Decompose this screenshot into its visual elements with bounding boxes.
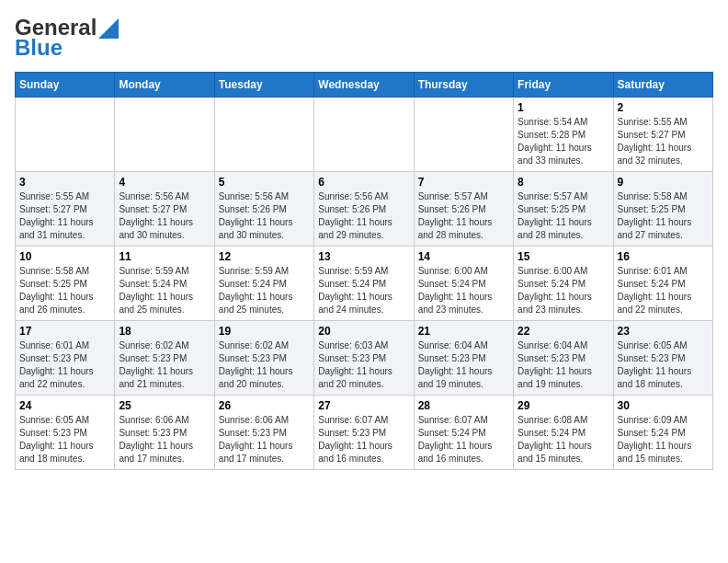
- logo: General Blue: [15, 15, 119, 61]
- calendar-cell: 18Sunrise: 6:02 AM Sunset: 5:23 PM Dayli…: [115, 321, 214, 396]
- calendar-cell: 7Sunrise: 5:57 AM Sunset: 5:26 PM Daylig…: [414, 172, 513, 247]
- day-number: 18: [119, 325, 210, 338]
- day-number: 7: [418, 176, 509, 189]
- day-info: Sunrise: 5:56 AM Sunset: 5:27 PM Dayligh…: [119, 190, 210, 242]
- day-number: 12: [219, 250, 310, 263]
- day-info: Sunrise: 6:03 AM Sunset: 5:23 PM Dayligh…: [318, 339, 409, 391]
- calendar-header-sunday: Sunday: [16, 73, 115, 98]
- day-info: Sunrise: 5:56 AM Sunset: 5:26 PM Dayligh…: [219, 190, 310, 242]
- day-info: Sunrise: 6:06 AM Sunset: 5:23 PM Dayligh…: [119, 414, 210, 465]
- calendar-cell: 26Sunrise: 6:06 AM Sunset: 5:23 PM Dayli…: [214, 396, 313, 470]
- calendar-cell: 29Sunrise: 6:08 AM Sunset: 5:24 PM Dayli…: [514, 396, 613, 470]
- calendar-header-monday: Monday: [115, 73, 214, 98]
- calendar-cell: [214, 98, 313, 172]
- day-info: Sunrise: 5:58 AM Sunset: 5:25 PM Dayligh…: [19, 265, 110, 316]
- day-number: 24: [19, 399, 110, 412]
- calendar-cell: [414, 98, 513, 172]
- svg-marker-0: [98, 18, 119, 39]
- day-info: Sunrise: 6:01 AM Sunset: 5:23 PM Dayligh…: [19, 339, 110, 391]
- calendar-week-row-2: 3Sunrise: 5:55 AM Sunset: 5:27 PM Daylig…: [16, 172, 713, 247]
- day-info: Sunrise: 5:54 AM Sunset: 5:28 PM Dayligh…: [518, 116, 609, 167]
- day-info: Sunrise: 6:09 AM Sunset: 5:24 PM Dayligh…: [618, 414, 709, 465]
- day-number: 21: [418, 325, 509, 338]
- calendar-cell: 22Sunrise: 6:04 AM Sunset: 5:23 PM Dayli…: [514, 321, 613, 396]
- day-number: 4: [119, 176, 210, 189]
- day-number: 15: [518, 250, 609, 263]
- calendar-cell: 2Sunrise: 5:55 AM Sunset: 5:27 PM Daylig…: [613, 98, 712, 172]
- day-number: 1: [518, 101, 609, 114]
- calendar-cell: [314, 98, 414, 172]
- day-number: 19: [219, 325, 310, 338]
- day-number: 25: [119, 399, 210, 412]
- day-number: 5: [219, 176, 310, 189]
- day-number: 27: [318, 399, 409, 412]
- day-number: 10: [19, 250, 110, 263]
- day-number: 9: [618, 176, 709, 189]
- calendar-week-row-1: 1Sunrise: 5:54 AM Sunset: 5:28 PM Daylig…: [16, 98, 713, 172]
- calendar-cell: 13Sunrise: 5:59 AM Sunset: 5:24 PM Dayli…: [314, 247, 414, 321]
- day-info: Sunrise: 6:07 AM Sunset: 5:24 PM Dayligh…: [418, 414, 509, 465]
- day-info: Sunrise: 6:00 AM Sunset: 5:24 PM Dayligh…: [418, 265, 509, 316]
- day-info: Sunrise: 6:07 AM Sunset: 5:23 PM Dayligh…: [318, 414, 409, 465]
- day-number: 29: [518, 399, 609, 412]
- day-info: Sunrise: 6:08 AM Sunset: 5:24 PM Dayligh…: [518, 414, 609, 465]
- day-number: 14: [418, 250, 509, 263]
- calendar-header-tuesday: Tuesday: [214, 73, 313, 98]
- day-info: Sunrise: 5:57 AM Sunset: 5:25 PM Dayligh…: [518, 190, 609, 242]
- calendar-cell: 16Sunrise: 6:01 AM Sunset: 5:24 PM Dayli…: [613, 247, 712, 321]
- calendar-cell: 3Sunrise: 5:55 AM Sunset: 5:27 PM Daylig…: [16, 172, 115, 247]
- day-info: Sunrise: 5:59 AM Sunset: 5:24 PM Dayligh…: [119, 265, 210, 316]
- calendar-cell: 28Sunrise: 6:07 AM Sunset: 5:24 PM Dayli…: [414, 396, 513, 470]
- calendar-cell: 15Sunrise: 6:00 AM Sunset: 5:24 PM Dayli…: [514, 247, 613, 321]
- day-number: 6: [318, 176, 409, 189]
- calendar-cell: [115, 98, 214, 172]
- day-number: 28: [418, 399, 509, 412]
- day-number: 3: [19, 176, 110, 189]
- calendar-table: SundayMondayTuesdayWednesdayThursdayFrid…: [15, 72, 713, 470]
- day-info: Sunrise: 5:55 AM Sunset: 5:27 PM Dayligh…: [618, 116, 709, 167]
- calendar-cell: 6Sunrise: 5:56 AM Sunset: 5:26 PM Daylig…: [314, 172, 414, 247]
- calendar-week-row-4: 17Sunrise: 6:01 AM Sunset: 5:23 PM Dayli…: [16, 321, 713, 396]
- calendar-cell: 9Sunrise: 5:58 AM Sunset: 5:25 PM Daylig…: [613, 172, 712, 247]
- calendar-cell: 14Sunrise: 6:00 AM Sunset: 5:24 PM Dayli…: [414, 247, 513, 321]
- day-info: Sunrise: 6:00 AM Sunset: 5:24 PM Dayligh…: [518, 265, 609, 316]
- day-info: Sunrise: 6:04 AM Sunset: 5:23 PM Dayligh…: [418, 339, 509, 391]
- day-number: 26: [219, 399, 310, 412]
- calendar-cell: 27Sunrise: 6:07 AM Sunset: 5:23 PM Dayli…: [314, 396, 414, 470]
- logo-icon: [98, 18, 119, 39]
- calendar-week-row-5: 24Sunrise: 6:05 AM Sunset: 5:23 PM Dayli…: [16, 396, 713, 470]
- day-info: Sunrise: 5:59 AM Sunset: 5:24 PM Dayligh…: [318, 265, 409, 316]
- page-header: General Blue: [15, 15, 713, 61]
- day-number: 17: [19, 325, 110, 338]
- calendar-header-wednesday: Wednesday: [314, 73, 414, 98]
- day-info: Sunrise: 5:56 AM Sunset: 5:26 PM Dayligh…: [318, 190, 409, 242]
- day-info: Sunrise: 6:05 AM Sunset: 5:23 PM Dayligh…: [19, 414, 110, 465]
- day-info: Sunrise: 6:04 AM Sunset: 5:23 PM Dayligh…: [518, 339, 609, 391]
- day-number: 8: [518, 176, 609, 189]
- day-number: 2: [618, 101, 709, 114]
- calendar-cell: 4Sunrise: 5:56 AM Sunset: 5:27 PM Daylig…: [115, 172, 214, 247]
- calendar-cell: [16, 98, 115, 172]
- calendar-header-friday: Friday: [514, 73, 613, 98]
- calendar-cell: 5Sunrise: 5:56 AM Sunset: 5:26 PM Daylig…: [214, 172, 313, 247]
- day-info: Sunrise: 5:57 AM Sunset: 5:26 PM Dayligh…: [418, 190, 509, 242]
- calendar-cell: 20Sunrise: 6:03 AM Sunset: 5:23 PM Dayli…: [314, 321, 414, 396]
- day-number: 13: [318, 250, 409, 263]
- day-info: Sunrise: 6:05 AM Sunset: 5:23 PM Dayligh…: [618, 339, 709, 391]
- day-number: 11: [119, 250, 210, 263]
- day-number: 22: [518, 325, 609, 338]
- calendar-cell: 17Sunrise: 6:01 AM Sunset: 5:23 PM Dayli…: [16, 321, 115, 396]
- day-info: Sunrise: 6:02 AM Sunset: 5:23 PM Dayligh…: [219, 339, 310, 391]
- calendar-week-row-3: 10Sunrise: 5:58 AM Sunset: 5:25 PM Dayli…: [16, 247, 713, 321]
- calendar-cell: 24Sunrise: 6:05 AM Sunset: 5:23 PM Dayli…: [16, 396, 115, 470]
- day-number: 30: [618, 399, 709, 412]
- calendar-cell: 23Sunrise: 6:05 AM Sunset: 5:23 PM Dayli…: [613, 321, 712, 396]
- day-info: Sunrise: 6:06 AM Sunset: 5:23 PM Dayligh…: [219, 414, 310, 465]
- day-info: Sunrise: 6:02 AM Sunset: 5:23 PM Dayligh…: [119, 339, 210, 391]
- logo-general: General: [15, 15, 97, 40]
- day-number: 16: [618, 250, 709, 263]
- calendar-cell: 10Sunrise: 5:58 AM Sunset: 5:25 PM Dayli…: [16, 247, 115, 321]
- calendar-cell: 30Sunrise: 6:09 AM Sunset: 5:24 PM Dayli…: [613, 396, 712, 470]
- day-info: Sunrise: 5:58 AM Sunset: 5:25 PM Dayligh…: [618, 190, 709, 242]
- day-number: 23: [618, 325, 709, 338]
